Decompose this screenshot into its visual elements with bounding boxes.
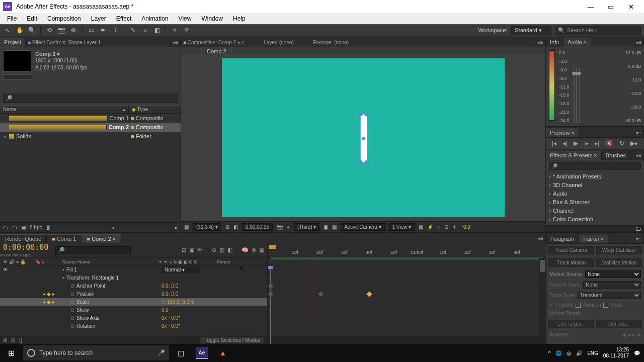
tl-opt-icon[interactable]: ⊟ xyxy=(182,247,186,253)
snapshot-icon[interactable]: 📷 xyxy=(277,224,283,230)
timeline-search-input[interactable]: 🔎 xyxy=(55,246,131,254)
pixel-icon[interactable]: ▦ xyxy=(419,224,423,230)
last-frame-icon[interactable]: ▸| xyxy=(595,140,599,147)
brush-tool-icon[interactable]: ✎ xyxy=(128,26,137,35)
fx-audio[interactable]: Audio xyxy=(546,189,644,198)
mic-icon[interactable]: 🎤 xyxy=(157,349,165,356)
start-button[interactable]: ⊞ xyxy=(0,344,22,362)
tray-globe-icon[interactable]: 🌐 xyxy=(555,350,561,356)
selection-tool-icon[interactable]: ↖ xyxy=(3,26,12,35)
tab-info[interactable]: Info xyxy=(546,38,564,47)
maximize-button[interactable]: ▭ xyxy=(601,0,621,13)
viewer-time[interactable]: 0:00:00:25 xyxy=(242,223,273,231)
timeline-row-fill-1[interactable]: 👁▾Fill 1Normal ▾ xyxy=(0,266,267,274)
panel-menu-icon[interactable]: ▾≡ xyxy=(171,38,181,47)
tab-effects-presets[interactable]: Effects & Presets × xyxy=(546,151,602,160)
search-help-input[interactable]: 🔍 Search Help xyxy=(555,26,641,35)
tl-toggle-1-icon[interactable]: ⊞ xyxy=(3,337,7,343)
loop-icon[interactable]: ↻ xyxy=(619,140,624,147)
camera-tool-icon[interactable]: 📷 xyxy=(57,26,66,35)
tl-toggle-3-icon[interactable]: {} xyxy=(19,337,23,343)
clone-tool-icon[interactable]: ⟐ xyxy=(140,26,149,35)
tl-toggle-2-icon[interactable]: ⊟ xyxy=(11,337,15,343)
taskbar-search-input[interactable]: Type here to search 🎤 xyxy=(23,345,169,360)
tab-timeline-comp1[interactable]: ■ Comp 1 xyxy=(47,234,82,243)
tl-mb-icon[interactable]: ▥ xyxy=(219,247,224,253)
grid-icon[interactable]: ▦ xyxy=(184,224,189,230)
tl-draft3d-icon[interactable]: ▣ xyxy=(189,247,194,253)
timeline-row-scale[interactable]: ◂◆▸⊙Scale⊡ 100.0, 0.0% xyxy=(0,298,267,306)
timeline-row-skew-axis[interactable]: ⊙Skew Axis0x +0.0° xyxy=(0,314,267,322)
menu-help[interactable]: Help xyxy=(229,14,250,23)
timeline-row-rotation[interactable]: ⊙Rotation0x +0.0° xyxy=(0,322,267,330)
tab-tracker[interactable]: Tracker × xyxy=(579,235,608,243)
zoom-select[interactable]: (31.3%) ▾ xyxy=(193,223,221,231)
fx-color-correction[interactable]: Color Correction xyxy=(546,215,644,223)
tracker-menu-icon[interactable]: ▾≡ xyxy=(634,235,644,243)
menu-view[interactable]: View xyxy=(175,14,196,23)
tray-lang[interactable]: ENG xyxy=(587,350,598,356)
ram-preview-icon[interactable]: ▶▸ xyxy=(630,140,638,147)
tl-snap-icon[interactable]: ⊚ xyxy=(252,247,256,253)
exposure-reset-icon[interactable]: ✳ xyxy=(452,224,456,230)
rotate-tool-icon[interactable]: ⟲ xyxy=(45,26,54,35)
transparency-icon[interactable]: ▦ xyxy=(332,224,337,230)
rect-tool-icon[interactable]: ▭ xyxy=(87,26,96,35)
timeline-row-position[interactable]: ◂◆▸⊙Position0.0, 0.0 xyxy=(0,290,267,298)
channel-icon[interactable]: ● xyxy=(287,224,290,230)
fx-blur-sharpen[interactable]: Blur & Sharpen xyxy=(546,198,644,206)
fast-preview-icon[interactable]: ⚡ xyxy=(427,224,433,230)
new-comp-icon[interactable]: ▣ xyxy=(21,225,26,230)
timeline-row-transform-rectangle-1[interactable]: ▾Transform: Rectangle 1 xyxy=(0,274,267,282)
eraser-tool-icon[interactable]: ◧ xyxy=(152,26,162,35)
type-tool-icon[interactable]: T xyxy=(111,26,120,35)
warp-stabilizer-button[interactable]: Warp Stabilizer xyxy=(596,246,642,254)
tray-volume-icon[interactable]: 🔊 xyxy=(576,350,582,356)
first-frame-icon[interactable]: |◂ xyxy=(552,140,556,147)
flowchart-icon[interactable]: ⊟ xyxy=(444,224,448,230)
taskbar-vlc-icon[interactable]: ▲ xyxy=(212,344,233,362)
interpret-icon[interactable]: 🗀 xyxy=(3,225,8,230)
fx-new-bin-icon[interactable]: 🗀 xyxy=(546,225,644,232)
menu-window[interactable]: Window xyxy=(197,14,227,23)
prev-frame-icon[interactable]: ◂| xyxy=(562,140,567,147)
fx-3d-channel[interactable]: 3D Channel xyxy=(546,180,644,189)
menu-composition[interactable]: Composition xyxy=(43,14,85,23)
quality-select[interactable]: (Third) ▾ xyxy=(294,223,319,231)
roi-icon[interactable]: ▣ xyxy=(324,224,328,230)
tl-shy-icon[interactable]: 👁 xyxy=(197,247,203,253)
composition-viewer[interactable] xyxy=(181,54,545,221)
tab-timeline-comp2[interactable]: ■ Comp 2 × xyxy=(82,234,121,243)
timeline-scroll-v[interactable] xyxy=(539,258,546,336)
puppet-tool-icon[interactable]: ⚲ xyxy=(182,26,191,35)
preview-menu-icon[interactable]: ▾≡ xyxy=(634,129,644,137)
timeline-row-anchor-point[interactable]: ⊙Anchor Point0.0, 0.0 xyxy=(0,282,267,290)
tab-preview[interactable]: Preview × xyxy=(546,128,579,137)
track-camera-button[interactable]: Track Camera xyxy=(548,246,594,254)
views-select[interactable]: 1 View ▾ xyxy=(389,223,415,231)
timeline-icon[interactable]: ≡ xyxy=(437,224,440,230)
info-menu-icon[interactable]: ▾≡ xyxy=(634,38,644,47)
exposure-value[interactable]: +0.0 xyxy=(460,224,470,230)
tab-render-queue[interactable]: Render Queue xyxy=(0,234,47,243)
tl-menu-icon[interactable]: ▾≡ xyxy=(536,234,546,243)
tab-layer-none[interactable]: Layer: (none) xyxy=(262,38,295,47)
timeline-row-skew[interactable]: ⊙Skew0.0 xyxy=(0,306,267,314)
pen-tool-icon[interactable]: ✒ xyxy=(99,26,108,35)
tl-expr-icon[interactable]: ▦ xyxy=(259,247,264,253)
fx-channel[interactable]: Channel xyxy=(546,206,644,215)
tray-steam-icon[interactable]: ◎ xyxy=(567,350,571,356)
motion-source-select[interactable]: None xyxy=(585,270,641,278)
toggle-switches-button[interactable]: Toggle Switches / Modes xyxy=(200,337,264,343)
menu-layer[interactable]: Layer xyxy=(87,14,110,23)
tray-up-icon[interactable]: ^ xyxy=(548,350,550,356)
delete-icon[interactable]: 🗑 xyxy=(46,225,51,230)
project-list[interactable]: Comp 1 ■ Compositio Comp 2 ■ Compositio … xyxy=(0,114,181,222)
menu-animation[interactable]: Animation xyxy=(137,14,172,23)
current-timecode[interactable]: 0:00:00:00 xyxy=(3,243,48,252)
zoom-tool-icon[interactable]: 🔍 xyxy=(27,26,36,35)
time-ruler[interactable]: 10f 20f 30f 40f 50f 01:00f 10f 20f 30f 4… xyxy=(268,243,546,258)
track-motion-button[interactable]: Track Motion xyxy=(548,258,594,267)
tab-composition[interactable]: ■ Composition: Comp 2 ▾ × xyxy=(181,38,247,47)
col-name[interactable]: Name xyxy=(3,107,17,112)
